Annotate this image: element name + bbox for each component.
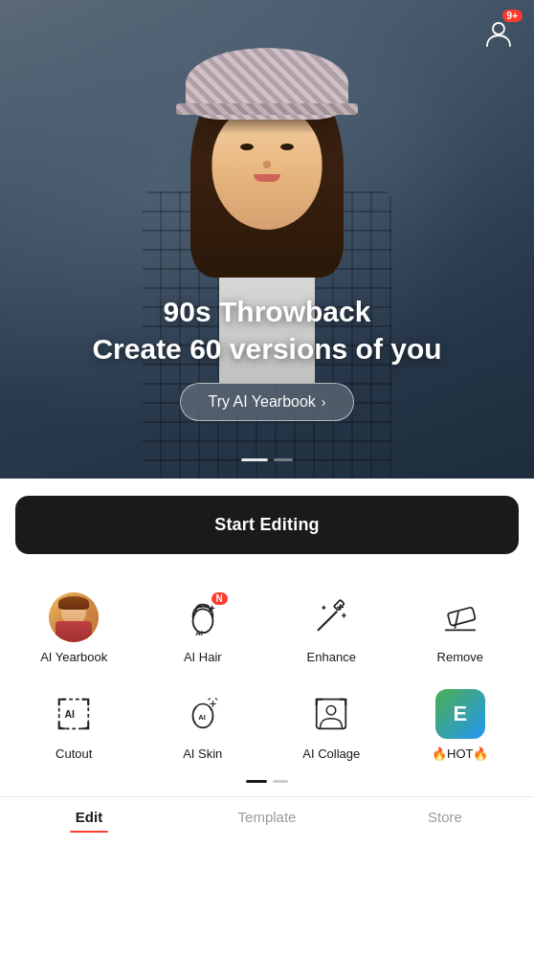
feature-remove[interactable]: Remove: [396, 579, 525, 676]
ai-collage-icon: [311, 694, 351, 734]
svg-rect-7: [334, 600, 345, 611]
feature-grid: AI Yearbook AI N AI Hair: [0, 571, 534, 776]
remove-label: Remove: [437, 650, 483, 664]
try-yearbook-button[interactable]: Try AI Yearbook ›: [180, 383, 353, 421]
ai-hair-label: AI Hair: [184, 650, 222, 664]
nav-template-label: Template: [238, 809, 297, 825]
feature-ai-yearbook[interactable]: AI Yearbook: [10, 579, 139, 676]
svg-line-15: [455, 612, 458, 628]
page-dot-active: [246, 780, 267, 783]
nav-store-label: Store: [428, 809, 462, 825]
feature-ai-collage[interactable]: AI Collage: [267, 676, 396, 772]
new-badge: N: [211, 592, 228, 605]
cta-label: Try AI Yearbook: [208, 393, 315, 411]
profile-button[interactable]: 9+: [478, 13, 519, 54]
notification-badge: 9+: [502, 10, 523, 22]
feature-ai-skin[interactable]: AI AI Skin: [139, 676, 268, 772]
svg-text:AI: AI: [195, 629, 203, 637]
nav-store[interactable]: Store: [356, 797, 534, 833]
ai-skin-icon-wrap: AI: [176, 687, 230, 741]
ai-skin-label: AI Skin: [183, 746, 222, 761]
nav-edit-label: Edit: [76, 809, 102, 825]
profile-icon: [482, 17, 515, 50]
cutout-icon-wrap: AI: [47, 687, 100, 741]
svg-point-26: [326, 705, 336, 715]
hero-section: 90s Throwback Create 60 versions of you …: [0, 0, 534, 479]
feature-cutout[interactable]: AI Cutout: [10, 676, 139, 772]
ai-yearbook-label: AI Yearbook: [40, 650, 107, 664]
nav-template[interactable]: Template: [178, 797, 356, 833]
ai-collage-icon-wrap: [304, 687, 358, 741]
feature-enhance[interactable]: Enhance: [267, 579, 396, 676]
remove-icon: [440, 597, 480, 637]
dot-inactive: [274, 458, 293, 461]
svg-text:AI: AI: [198, 713, 206, 722]
ai-collage-label: AI Collage: [302, 746, 360, 761]
hot-label: 🔥HOT🔥: [432, 746, 488, 761]
ai-yearbook-avatar: [49, 592, 99, 642]
cta-arrow: ›: [322, 394, 326, 410]
start-editing-button[interactable]: Start Editing: [15, 496, 519, 554]
enhance-icon: [311, 597, 351, 637]
remove-icon-wrap: [434, 590, 487, 644]
nav-edit[interactable]: Edit: [0, 797, 178, 833]
enhance-icon-wrap: [304, 590, 358, 644]
hero-overlay: 90s Throwback Create 60 versions of you …: [0, 293, 534, 421]
hot-icon-wrap: E: [434, 687, 487, 741]
enhance-label: Enhance: [307, 650, 356, 664]
page-dot-inactive: [273, 780, 288, 783]
ai-skin-icon: AI: [183, 694, 223, 734]
page-dots-indicator: [0, 776, 534, 796]
svg-line-6: [319, 612, 337, 630]
hot-app-icon: E: [435, 689, 485, 739]
feature-hot[interactable]: E 🔥HOT🔥: [396, 676, 525, 772]
svg-line-23: [215, 699, 216, 700]
svg-text:AI: AI: [65, 708, 76, 720]
slide-indicator: [241, 458, 293, 461]
cutout-label: Cutout: [56, 746, 92, 761]
feature-ai-hair[interactable]: AI N AI Hair: [139, 579, 268, 676]
start-editing-section: Start Editing: [0, 479, 534, 571]
ai-hair-icon-wrap: AI N: [176, 590, 230, 644]
nav-active-indicator: [70, 831, 108, 834]
bottom-nav: Edit Template Store: [0, 796, 534, 833]
dot-active: [241, 458, 268, 461]
ai-yearbook-icon-wrap: [47, 590, 100, 644]
hero-title: 90s Throwback Create 60 versions of you: [19, 293, 515, 368]
svg-line-24: [209, 699, 210, 700]
svg-point-0: [493, 23, 504, 34]
svg-rect-14: [447, 607, 475, 626]
cutout-icon: AI: [54, 694, 94, 734]
